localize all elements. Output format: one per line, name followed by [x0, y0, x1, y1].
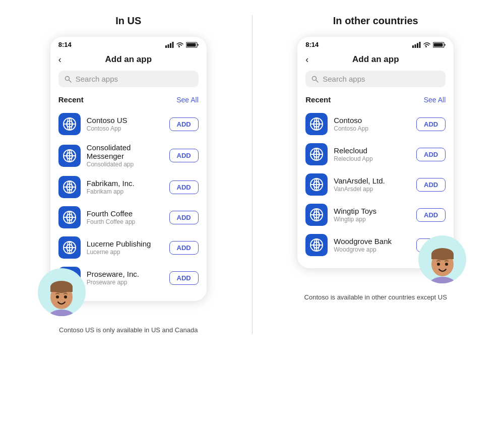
svg-rect-41: [50, 287, 73, 292]
app-subtitle: Fabrikam app: [87, 188, 163, 195]
right-app-list: Contoso Contoso App ADD Relecloud: [305, 109, 446, 260]
app-name: Wingtip Toys: [334, 207, 410, 215]
svg-rect-1: [167, 44, 169, 48]
list-item: Consolidated Messenger Consolidated app …: [58, 139, 199, 172]
app-icon-fourth-coffee: [58, 206, 81, 228]
right-search-placeholder: Search apps: [323, 75, 365, 83]
app-info-wingtip: Wingtip Toys Wingtip app: [334, 207, 410, 223]
list-item: Wingtip Toys Wingtip app ADD: [305, 200, 446, 230]
left-nav-title: Add an app: [105, 54, 152, 65]
battery-icon: [186, 42, 199, 48]
add-button-lucerne[interactable]: ADD: [169, 241, 199, 255]
list-item: VanArsdel, Ltd. VanArsdel app ADD: [305, 169, 446, 200]
app-icon-wingtip: [305, 204, 328, 226]
left-recent-header: Recent See All: [58, 95, 199, 104]
list-item: Fabrikam, Inc. Fabrikam app ADD: [58, 172, 199, 202]
right-status-icons: [412, 42, 446, 48]
app-info-fabrikam: Fabrikam, Inc. Fabrikam app: [87, 179, 163, 195]
signal-icon: [165, 42, 174, 48]
left-phone-frame: 8:14: [50, 37, 207, 301]
right-recent-label: Recent: [305, 95, 331, 104]
left-see-all[interactable]: See All: [176, 96, 199, 104]
svg-rect-47: [419, 42, 421, 48]
left-caption: Contoso US is only available in US and C…: [59, 326, 198, 334]
right-status-bar: 8:14: [297, 37, 454, 50]
app-name: Consolidated Messenger: [87, 143, 163, 160]
app-subtitle: Wingtip app: [334, 216, 410, 223]
add-button-proseware[interactable]: ADD: [169, 271, 199, 285]
right-section: In other countries 8:14: [258, 15, 494, 334]
app-icon-contoso: [305, 113, 328, 135]
svg-point-38: [47, 310, 76, 316]
right-caption: Contoso is available in other countries …: [304, 293, 447, 301]
app-subtitle: Woodgrove app: [334, 246, 410, 253]
wifi-icon-right: [423, 42, 431, 48]
app-name: Fabrikam, Inc.: [87, 179, 163, 188]
svg-rect-46: [417, 43, 418, 48]
svg-rect-45: [415, 44, 416, 48]
right-search-bar[interactable]: Search apps: [305, 71, 446, 87]
svg-rect-44: [412, 45, 414, 48]
app-subtitle: Proseware app: [87, 279, 163, 286]
app-info-relecloud: Relecloud Relecloud App: [334, 146, 410, 162]
left-back-button[interactable]: ‹: [58, 54, 61, 65]
list-item: Relecloud Relecloud App ADD: [305, 139, 446, 169]
app-info-lucerne: Lucerne Publishing Lucerne app: [87, 239, 163, 256]
add-button-contoso[interactable]: ADD: [416, 117, 446, 131]
left-app-list: Contoso US Contoso App ADD Consolidated …: [58, 109, 199, 293]
list-item: Lucerne Publishing Lucerne app ADD: [58, 232, 199, 263]
app-subtitle: VanArsdel app: [334, 186, 410, 193]
add-button-contoso-us[interactable]: ADD: [169, 117, 199, 131]
svg-line-7: [69, 80, 71, 82]
app-info-vanarsdel: VanArsdel, Ltd. VanArsdel app: [334, 176, 410, 193]
right-avatar: [418, 235, 466, 283]
add-button-fourth-coffee[interactable]: ADD: [169, 211, 199, 224]
svg-point-82: [445, 263, 448, 266]
app-info-consolidated: Consolidated Messenger Consolidated app: [87, 143, 163, 168]
add-button-wingtip[interactable]: ADD: [416, 208, 446, 222]
svg-point-43: [64, 295, 67, 298]
right-nav-bar: ‹ Add an app: [305, 50, 446, 71]
add-button-consolidated[interactable]: ADD: [169, 149, 199, 162]
app-name: Proseware, Inc.: [87, 270, 163, 278]
app-info-proseware: Proseware, Inc. Proseware app: [87, 270, 163, 286]
app-subtitle: Fourth Coffee app: [87, 218, 163, 225]
right-back-button[interactable]: ‹: [305, 54, 308, 65]
right-time: 8:14: [305, 41, 319, 48]
left-avatar: [38, 268, 86, 316]
right-section-title: In other countries: [333, 15, 418, 27]
app-icon-consolidated: [58, 145, 81, 167]
app-subtitle: Lucerne app: [87, 249, 163, 256]
left-status-bar: 8:14: [50, 37, 207, 50]
svg-rect-2: [170, 43, 171, 48]
app-subtitle: Contoso App: [334, 125, 410, 132]
right-search-icon: [311, 76, 319, 83]
left-section: In US 8:14: [10, 15, 247, 334]
right-see-all[interactable]: See All: [424, 96, 446, 104]
app-name: Woodgrove Bank: [334, 237, 410, 246]
section-divider: [252, 15, 253, 334]
left-search-placeholder: Search apps: [76, 75, 118, 83]
svg-line-51: [316, 80, 318, 82]
app-icon-lucerne: [58, 236, 81, 259]
add-button-relecloud[interactable]: ADD: [416, 148, 446, 161]
main-container: In US 8:14: [0, 0, 504, 344]
app-info-contoso-us: Contoso US Contoso App: [87, 116, 163, 132]
app-name: Fourth Coffee: [87, 209, 163, 218]
app-info-fourth-coffee: Fourth Coffee Fourth Coffee app: [87, 209, 163, 225]
left-search-bar[interactable]: Search apps: [58, 71, 199, 87]
add-button-vanarsdel[interactable]: ADD: [416, 178, 446, 192]
right-phone-frame: 8:14: [297, 37, 454, 268]
app-subtitle: Relecloud App: [334, 155, 410, 162]
add-button-fabrikam[interactable]: ADD: [169, 180, 199, 194]
svg-rect-5: [186, 43, 196, 46]
app-icon-contoso-us: [58, 113, 81, 135]
svg-rect-49: [434, 43, 443, 46]
app-subtitle: Consolidated app: [87, 161, 163, 168]
right-nav-title: Add an app: [352, 54, 399, 65]
left-nav-bar: ‹ Add an app: [58, 50, 199, 71]
svg-rect-3: [172, 42, 173, 48]
left-status-icons: [165, 42, 199, 48]
app-name: VanArsdel, Ltd.: [334, 176, 410, 185]
list-item: Fourth Coffee Fourth Coffee app ADD: [58, 202, 199, 232]
